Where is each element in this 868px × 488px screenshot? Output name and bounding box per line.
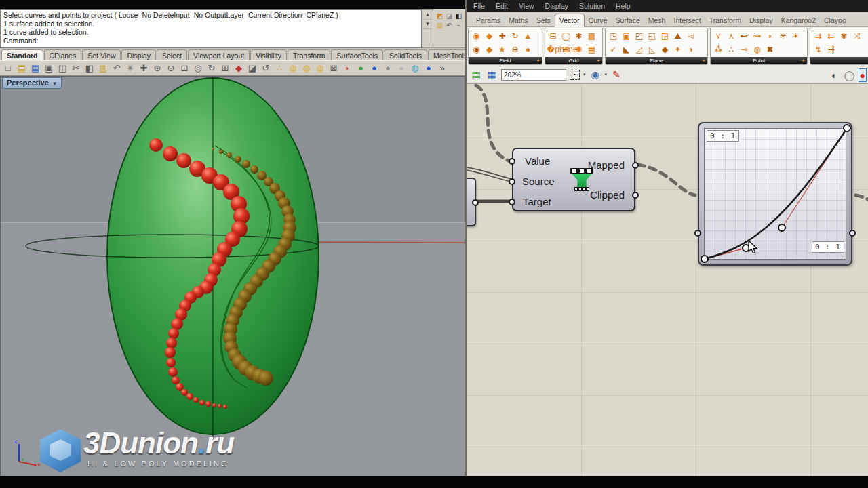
preview-caret-icon[interactable]: ▾	[605, 72, 608, 77]
tab-vector[interactable]: Vector	[555, 14, 585, 27]
red-droplet-icon[interactable]: ●	[860, 70, 865, 81]
wire-graph-out[interactable]	[856, 195, 868, 201]
paste-icon[interactable]: ▥	[97, 62, 109, 75]
input-label-value[interactable]: Value	[525, 155, 550, 167]
graph-input-nub[interactable]	[694, 230, 701, 237]
command-scrollbar[interactable]: ▲ ▼	[422, 9, 433, 48]
car-icon[interactable]: ◆	[233, 62, 245, 75]
rhino-tab-select[interactable]: Select	[157, 49, 187, 60]
scroll-up-icon[interactable]: ▲	[422, 10, 433, 20]
component-icon[interactable]: ◍	[751, 43, 764, 56]
grasshopper-canvas[interactable]: Value Source Target Mapped Clipped	[467, 84, 868, 476]
menu-help[interactable]: Help	[616, 2, 631, 10]
component-icon[interactable]: ◳	[607, 29, 620, 43]
graph-mapper-component[interactable]: 0 : 1 0 : 1	[698, 122, 852, 266]
tab-sets[interactable]: Sets	[532, 14, 555, 26]
lamp2-icon[interactable]: ◍	[300, 62, 313, 75]
menu-solution[interactable]: Solution	[579, 2, 605, 10]
print-icon[interactable]: ▣	[43, 62, 55, 75]
pan-icon[interactable]: ✳	[124, 62, 136, 75]
graph-mapper-plot-area[interactable]: 0 : 1 0 : 1	[704, 128, 846, 260]
zoom-selected-icon[interactable]: ◎	[192, 62, 204, 75]
component-icon[interactable]: ▣	[620, 29, 633, 43]
mapped-output-nub[interactable]	[632, 162, 639, 169]
partial-output-nub[interactable]	[472, 199, 479, 206]
rhino-tab-viewport-layout[interactable]: Viewport Layout	[188, 49, 250, 60]
menu-file[interactable]: File	[473, 2, 485, 10]
remap-numbers-component[interactable]: Value Source Target Mapped Clipped	[512, 148, 635, 211]
component-icon[interactable]: ◱	[646, 29, 658, 43]
wire-to-value[interactable]	[476, 85, 509, 161]
tab-kangaroo2[interactable]: Kangaroo2	[777, 14, 820, 26]
box-icon[interactable]: ▥	[435, 21, 444, 30]
tab-curve[interactable]: Curve	[585, 14, 612, 26]
value-input-nub[interactable]	[509, 158, 515, 165]
component-icon[interactable]: ◣	[620, 43, 633, 56]
tab-surface[interactable]: Surface	[612, 14, 644, 26]
record-history-icon[interactable]: ◪	[445, 12, 454, 20]
component-icon[interactable]: ⤨	[850, 29, 863, 43]
component-icon[interactable]: ⇉	[812, 29, 825, 43]
component-icon[interactable]: ✦	[671, 43, 684, 56]
menu-display[interactable]: Display	[545, 2, 568, 10]
component-icon[interactable]: ⊸	[738, 43, 751, 56]
sphere-light-icon[interactable]: ●	[395, 62, 408, 75]
component-icon[interactable]: ✶	[789, 29, 802, 43]
menu-view[interactable]: View	[519, 2, 534, 10]
component-icon[interactable]: ✓	[607, 43, 620, 56]
save-icon[interactable]: ▦	[29, 62, 41, 75]
component-icon[interactable]: �phone	[547, 43, 559, 56]
perspective-viewport[interactable]: Perspective▼ z x y 3Dunion.ru HI & LOW P…	[0, 76, 465, 476]
component-icon[interactable]: ⛰	[671, 29, 684, 43]
graph-control-point-0[interactable]	[701, 256, 708, 262]
viewport-title-tab[interactable]: Perspective▼	[2, 77, 62, 89]
component-icon[interactable]: ⊶	[751, 29, 764, 43]
points-icon[interactable]: ∴	[273, 62, 285, 75]
input-label-target[interactable]: Target	[523, 196, 551, 207]
bezier-curve[interactable]	[705, 128, 847, 259]
source-input-nub[interactable]	[509, 178, 515, 185]
cut-icon[interactable]: ✂	[70, 62, 82, 75]
rotate-icon[interactable]: ↺	[260, 62, 272, 75]
sphere-grey-icon[interactable]: ●	[382, 62, 394, 75]
graph-control-point-2[interactable]	[778, 224, 785, 231]
component-icon[interactable]: ↯	[812, 43, 825, 56]
zoom-extents-icon[interactable]: ▪	[570, 70, 580, 80]
component-icon[interactable]: ✳	[776, 29, 789, 43]
component-icon[interactable]: ◗	[764, 29, 776, 43]
hide-icon[interactable]: ◪	[246, 62, 258, 75]
filter-icon[interactable]: ◧	[454, 12, 463, 20]
component-icon[interactable]: ▦	[585, 43, 598, 56]
zoom-level-combobox[interactable]	[501, 69, 566, 81]
component-icon[interactable]: ◉	[470, 29, 483, 43]
component-icon[interactable]: ◆	[483, 29, 496, 43]
copy-icon[interactable]: ◧	[83, 62, 96, 75]
four-viewports-icon[interactable]: ⊞	[219, 62, 231, 75]
component-icon[interactable]: ◑	[684, 43, 697, 56]
component-icon[interactable]: ◯	[559, 29, 572, 43]
component-icon[interactable]: ↻	[509, 29, 521, 43]
export-icon[interactable]: ◫	[56, 62, 68, 75]
component-icon[interactable]: ★	[496, 43, 509, 56]
rhino-tab-standard[interactable]: Standard	[1, 49, 43, 60]
rhino-tab-visibility[interactable]: Visibility	[250, 49, 287, 60]
sphere-dark-blue-icon[interactable]: ●	[422, 62, 435, 75]
component-icon[interactable]: ⊷	[738, 29, 751, 43]
component-icon[interactable]: ▩	[585, 29, 598, 43]
component-icon[interactable]: ⊕	[509, 43, 521, 56]
component-icon[interactable]: ✖	[764, 43, 776, 56]
tab-transform[interactable]: Transform	[705, 14, 745, 26]
component-icon[interactable]: ◆	[658, 43, 671, 56]
component-icon[interactable]: ✾	[837, 29, 850, 43]
component-icon[interactable]: ●	[521, 43, 534, 56]
rhino-tab-cplanes[interactable]: CPlanes	[44, 49, 82, 60]
graph-output-nub[interactable]	[849, 230, 856, 237]
sketch-pen-icon[interactable]: ✎	[610, 68, 623, 81]
component-icon[interactable]: ▲	[521, 29, 534, 43]
group-expand-icon[interactable]: +	[802, 57, 805, 64]
component-icon[interactable]: ◺	[646, 43, 658, 56]
tab-mesh[interactable]: Mesh	[644, 14, 670, 26]
tab-params[interactable]: Params	[472, 14, 505, 26]
lamp3-icon[interactable]: ◍	[314, 62, 326, 75]
open-definition-icon[interactable]: ▤	[470, 68, 482, 81]
